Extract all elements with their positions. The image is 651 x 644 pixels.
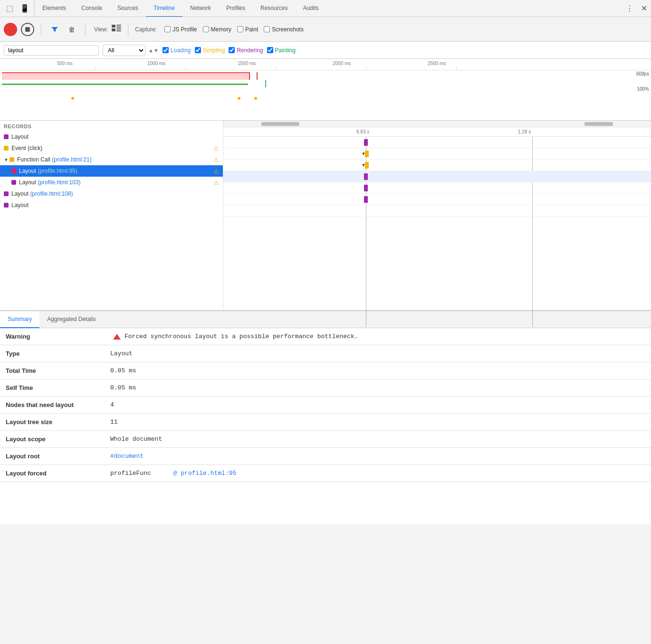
- ruler-mark-1500: 1500 ms: [238, 61, 256, 66]
- screenshots-label: Screenshots: [272, 26, 304, 33]
- scripting-checkbox[interactable]: [195, 47, 201, 53]
- record-link-layout3[interactable]: (profile.html:103): [38, 179, 80, 186]
- screenshots-checkbox[interactable]: [264, 26, 270, 32]
- warning-icon-event1: ⚠: [213, 145, 219, 152]
- timeline-overview[interactable]: 500 ms 1000 ms 1500 ms 2000 ms 2500 ms 6…: [0, 59, 651, 121]
- record-row-layout1[interactable]: Layout: [0, 131, 223, 142]
- tab-sources[interactable]: Sources: [110, 0, 146, 17]
- record-row-layout5[interactable]: Layout: [0, 199, 223, 211]
- paint-option[interactable]: Paint: [237, 26, 258, 33]
- summary-key-scope: Layout scope: [0, 431, 105, 448]
- painting-label: Painting: [275, 47, 296, 54]
- warning-icon-layout3: ⚠: [213, 179, 219, 186]
- summary-row-tree-size: Layout tree size 11: [0, 414, 651, 431]
- tab-elements[interactable]: Elements: [35, 0, 74, 17]
- tab-console[interactable]: Console: [74, 0, 110, 17]
- tab-resources[interactable]: Resources: [253, 0, 295, 17]
- expand-triangle-funcall1: ▼: [4, 157, 9, 162]
- summary-table: Warning Forced synchronous layout is a p…: [0, 328, 651, 482]
- summary-row-nodes: Nodes that need layout 4: [0, 397, 651, 414]
- record-color-layout4: [4, 191, 9, 196]
- tab-timeline[interactable]: Timeline: [146, 0, 182, 17]
- filter-button[interactable]: [48, 23, 61, 36]
- record-row-event1[interactable]: Event (click) ⚠: [0, 142, 223, 154]
- summary-row-warning: Warning Forced synchronous layout is a p…: [0, 328, 651, 345]
- screenshots-option[interactable]: Screenshots: [264, 26, 304, 33]
- record-link-layout2[interactable]: (profile.html:95): [38, 168, 77, 174]
- layout-root-link[interactable]: #document: [110, 453, 144, 460]
- timeline-bar-layout3: [223, 182, 651, 194]
- painting-filter[interactable]: Painting: [267, 47, 296, 54]
- fps-bar: [2, 84, 248, 85]
- ruler-mark-1000: 1000 ms: [147, 61, 165, 66]
- loading-label: Loading: [171, 47, 191, 54]
- view-mode-button[interactable]: [112, 25, 121, 34]
- memory-option[interactable]: Memory: [203, 26, 231, 33]
- bar-layout1: [364, 139, 368, 146]
- tab-aggregated[interactable]: Aggregated Details: [39, 311, 103, 328]
- record-link-layout4[interactable]: (profile.html:108): [30, 190, 73, 197]
- filter-type-select[interactable]: All Loading Scripting Rendering Painting: [103, 45, 145, 56]
- tab-summary[interactable]: Summary: [0, 311, 39, 328]
- summary-tabs: Summary Aggregated Details: [0, 311, 651, 328]
- clear-button[interactable]: 🗑: [65, 23, 78, 36]
- tab-audits[interactable]: Audits: [295, 0, 326, 17]
- devtools-tabs: ⬚ 📱 Elements Console Sources Timeline Ne…: [0, 0, 651, 17]
- ruler-line: [366, 66, 366, 70]
- record-label-layout3: Layout (profile.html:103): [19, 179, 211, 186]
- layout-dot: [238, 97, 240, 100]
- record-label-layout4: Layout (profile.html:108): [11, 190, 219, 197]
- warning-icon-funcall1: ⚠: [213, 156, 219, 163]
- loading-filter[interactable]: Loading: [163, 47, 191, 54]
- close-devtools-button[interactable]: ✕: [637, 4, 651, 13]
- rendering-filter[interactable]: Rendering: [229, 47, 263, 54]
- summary-value-warning: Forced synchronous layout is a possible …: [105, 328, 651, 345]
- record-row-layout2[interactable]: Layout (profile.html:95) ⚠: [0, 165, 223, 177]
- record-color-layout2: [11, 169, 16, 173]
- dock-icon[interactable]: ⬚: [3, 2, 16, 15]
- record-color-layout5: [4, 203, 9, 208]
- js-profile-option[interactable]: JS Profile: [164, 26, 197, 33]
- timeline-scrollbar[interactable]: [223, 121, 651, 127]
- scroll-handle-right[interactable]: [584, 122, 613, 126]
- rendering-checkbox[interactable]: [229, 47, 235, 53]
- memory-checkbox[interactable]: [203, 26, 209, 32]
- summary-row-scope: Layout scope Whole document: [0, 431, 651, 448]
- record-row-funcall1[interactable]: ▼ Function Call (profile.html:21) ⚠: [0, 154, 223, 165]
- scripting-filter[interactable]: Scripting: [195, 47, 225, 54]
- time-labels: 6.83 s 1.28 s: [223, 127, 651, 137]
- more-tabs-button[interactable]: ⋮: [622, 4, 637, 13]
- fps-label: 60|fps: [636, 71, 649, 76]
- toolbar-divider3: [128, 23, 128, 36]
- svg-rect-4: [116, 28, 121, 29]
- summary-row-type: Type Layout: [0, 345, 651, 362]
- ruler-line: [456, 66, 457, 70]
- record-link-funcall1[interactable]: (profile.html:21): [52, 156, 91, 163]
- filter-row: All Loading Scripting Rendering Painting…: [0, 42, 651, 59]
- summary-key-warning: Warning: [0, 328, 105, 345]
- red-tick-1: [249, 72, 250, 80]
- loading-checkbox[interactable]: [163, 47, 169, 53]
- mobile-icon[interactable]: 📱: [18, 2, 31, 15]
- painting-checkbox[interactable]: [267, 47, 273, 53]
- tab-profiles[interactable]: Profiles: [219, 0, 253, 17]
- ruler-mark-2500: 2500 ms: [428, 61, 446, 66]
- ruler-mark-500: 500 ms: [57, 61, 73, 66]
- paint-checkbox[interactable]: [237, 26, 243, 32]
- record-button[interactable]: [4, 23, 17, 36]
- timeline-toolbar: 🗑 View: Capture: JS Profile Memory Paint: [0, 17, 651, 42]
- scroll-handle-left[interactable]: [261, 122, 299, 126]
- record-row-layout4[interactable]: Layout (profile.html:108): [0, 188, 223, 199]
- timeline-bar-funcall1: ▼: [223, 160, 651, 171]
- tab-network[interactable]: Network: [182, 0, 219, 17]
- search-input[interactable]: [4, 45, 99, 56]
- capture-options: JS Profile Memory Paint Screenshots: [164, 26, 304, 33]
- timeline-ruler: 500 ms 1000 ms 1500 ms 2000 ms 2500 ms: [0, 59, 651, 70]
- record-row-layout3[interactable]: Layout (profile.html:103) ⚠: [0, 177, 223, 188]
- layout-dot: [71, 97, 74, 100]
- js-profile-checkbox[interactable]: [164, 26, 171, 32]
- layout-forced-link[interactable]: profile.html:95: [181, 470, 236, 477]
- stop-button[interactable]: [21, 23, 34, 36]
- ruler-line: [276, 66, 276, 70]
- record-label-layout1: Layout: [11, 133, 219, 140]
